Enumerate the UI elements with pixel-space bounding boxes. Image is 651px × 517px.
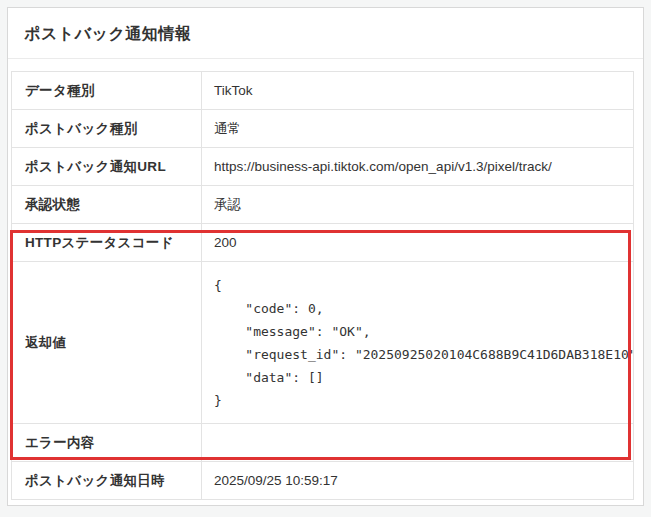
- row-value-error-content: [202, 424, 634, 462]
- row-label-error-content: エラー内容: [12, 424, 202, 462]
- return-value-json: { "code": 0, "message": "OK", "request_i…: [214, 274, 623, 412]
- table-row-http-status-code: HTTPステータスコード 200: [12, 224, 634, 262]
- postback-info-panel: ポストバック通知情報 データ種別 TikTok ポストバック種別 通常 ポストバ…: [7, 7, 644, 506]
- row-label-postback-datetime: ポストバック通知日時: [12, 462, 202, 500]
- row-value-postback-datetime: 2025/09/25 10:59:17: [202, 462, 634, 500]
- row-label-return-value: 返却値: [12, 262, 202, 424]
- row-label-postback-type: ポストバック種別: [12, 110, 202, 148]
- table-row-postback-datetime: ポストバック通知日時 2025/09/25 10:59:17: [12, 462, 634, 500]
- table-row-data-type: データ種別 TikTok: [12, 72, 634, 110]
- table-row-return-value: 返却値 { "code": 0, "message": "OK", "reque…: [12, 262, 634, 424]
- row-value-approval-status: 承認: [202, 186, 634, 224]
- row-label-approval-status: 承認状態: [12, 186, 202, 224]
- postback-info-table: データ種別 TikTok ポストバック種別 通常 ポストバック通知URL htt…: [11, 71, 634, 500]
- table-row-error-content: エラー内容: [12, 424, 634, 462]
- panel-header: ポストバック通知情報: [8, 8, 643, 59]
- row-value-postback-type: 通常: [202, 110, 634, 148]
- page-title: ポストバック通知情報: [24, 24, 627, 45]
- row-value-http-status-code: 200: [202, 224, 634, 262]
- row-value-data-type: TikTok: [202, 72, 634, 110]
- table-row-postback-url: ポストバック通知URL https://business-api.tiktok.…: [12, 148, 634, 186]
- row-value-postback-url: https://business-api.tiktok.com/open_api…: [202, 148, 634, 186]
- info-table-wrap: データ種別 TikTok ポストバック種別 通常 ポストバック通知URL htt…: [11, 71, 634, 500]
- row-value-return-value: { "code": 0, "message": "OK", "request_i…: [202, 262, 634, 424]
- row-label-http-status-code: HTTPステータスコード: [12, 224, 202, 262]
- table-row-postback-type: ポストバック種別 通常: [12, 110, 634, 148]
- row-label-postback-url: ポストバック通知URL: [12, 148, 202, 186]
- table-row-approval-status: 承認状態 承認: [12, 186, 634, 224]
- row-label-data-type: データ種別: [12, 72, 202, 110]
